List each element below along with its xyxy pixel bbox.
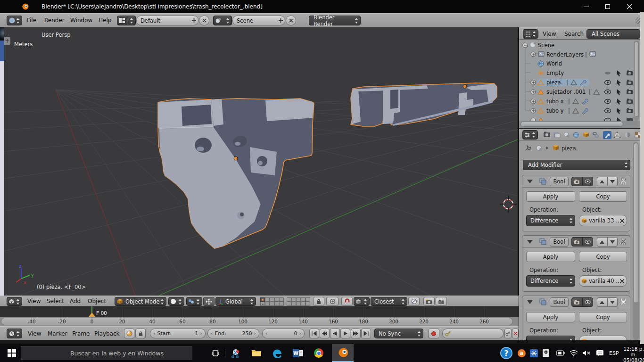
tab-render-layers[interactable] bbox=[553, 132, 560, 138]
modifier-name-field[interactable]: Bool bbox=[550, 297, 569, 307]
outliner-row-sujetador[interactable]: sujetador .001 | bbox=[531, 89, 633, 95]
frame-marker-icon[interactable] bbox=[89, 313, 95, 317]
layer-buttons-group1[interactable] bbox=[260, 297, 284, 306]
modifier-delete-icon[interactable] bbox=[620, 178, 627, 184]
menu-view3d-select[interactable]: Select bbox=[47, 298, 64, 304]
outliner-hscrollbar[interactable] bbox=[519, 121, 644, 128]
tab-constraints[interactable] bbox=[593, 132, 598, 137]
add-modifier-dropdown[interactable]: Add Modifier bbox=[523, 160, 630, 170]
tab-render[interactable] bbox=[544, 132, 550, 138]
operation-dropdown[interactable] bbox=[526, 336, 575, 340]
menu-timeline-view[interactable]: View bbox=[28, 330, 41, 337]
scene-icon-button[interactable] bbox=[213, 16, 232, 25]
toolshelf-open-tab[interactable]: + bbox=[4, 37, 10, 45]
prev-keyframe-button[interactable] bbox=[320, 329, 330, 338]
task-view-button[interactable] bbox=[207, 344, 223, 362]
outliner-row-empty[interactable]: Empty bbox=[538, 70, 633, 76]
screen-layout-field[interactable]: Default bbox=[136, 16, 198, 25]
scene-field[interactable]: Scene bbox=[232, 16, 285, 25]
modifier-name-field[interactable]: Bool bbox=[550, 177, 569, 186]
visible-icon[interactable] bbox=[605, 109, 611, 113]
start-button[interactable] bbox=[4, 344, 20, 362]
maximize-button[interactable] bbox=[597, 0, 619, 13]
wrench-icon[interactable] bbox=[582, 99, 588, 105]
proportional-edit-dropdown[interactable] bbox=[326, 297, 339, 306]
selectable-icon[interactable] bbox=[617, 89, 621, 95]
pivot-point-dropdown[interactable] bbox=[186, 297, 202, 306]
modifier-move-up-button[interactable] bbox=[597, 237, 608, 247]
tray-avast[interactable]: a bbox=[516, 344, 527, 362]
frame-start-field[interactable]: ‹ Start: 1 › bbox=[150, 329, 206, 338]
mesh-data-icon[interactable] bbox=[594, 90, 599, 94]
properties-vscrollbar[interactable] bbox=[633, 142, 639, 340]
editor-type-button-outliner[interactable] bbox=[523, 29, 538, 39]
taskbar-edge[interactable] bbox=[269, 344, 286, 362]
render-engine-dropdown[interactable]: Blender Render bbox=[309, 16, 361, 25]
jump-to-end-button[interactable] bbox=[361, 329, 371, 338]
next-keyframe-button[interactable] bbox=[351, 329, 361, 338]
editor-type-button-info[interactable]: i bbox=[7, 16, 22, 25]
time-toggle-button[interactable] bbox=[124, 329, 134, 338]
outliner-row-tubo-x[interactable]: tubo x | bbox=[531, 98, 633, 105]
taskbar-chrome[interactable] bbox=[310, 344, 327, 362]
tray-snowflake[interactable] bbox=[528, 344, 539, 362]
menu-view3d-add[interactable]: Add bbox=[70, 298, 81, 304]
modifier-render-toggle[interactable] bbox=[572, 177, 583, 186]
menu-view3d-view[interactable]: View bbox=[27, 298, 41, 304]
taskbar-snipping-tool[interactable] bbox=[227, 344, 244, 362]
viewport-3d[interactable]: z y x User Persp Meters (0) pieza. <F_00… bbox=[4, 27, 518, 296]
lock-to-scene-button[interactable] bbox=[313, 297, 324, 306]
render-visibility-icon[interactable] bbox=[627, 71, 633, 76]
object-breadcrumb-icon[interactable] bbox=[553, 145, 559, 150]
screen-layout-icon-button[interactable] bbox=[117, 16, 136, 25]
selectable-icon[interactable] bbox=[617, 99, 621, 105]
timeline-canvas[interactable]: F 00 bbox=[0, 306, 519, 317]
taskbar-word[interactable]: W bbox=[289, 344, 306, 362]
selectable-icon[interactable] bbox=[617, 108, 621, 114]
object-sujetador[interactable] bbox=[351, 83, 497, 126]
clear-object-icon[interactable] bbox=[619, 218, 625, 223]
modifier-copy-button[interactable]: Copy bbox=[579, 191, 627, 202]
outliner-row-world[interactable]: World bbox=[538, 60, 562, 67]
snap-target-dropdown[interactable]: Closest bbox=[371, 297, 407, 306]
operation-dropdown[interactable]: Difference bbox=[526, 215, 575, 226]
tab-modifiers[interactable] bbox=[603, 131, 611, 139]
menu-timeline-frame[interactable]: Frame bbox=[72, 330, 90, 337]
object-field[interactable]: varilla 40 ... bbox=[579, 275, 627, 287]
scene-breadcrumb-icon[interactable] bbox=[537, 146, 542, 151]
modifier-render-toggle[interactable] bbox=[572, 238, 583, 246]
selectable-icon[interactable] bbox=[617, 70, 621, 76]
tray-battery[interactable] bbox=[553, 344, 567, 362]
language-indicator[interactable]: ESP bbox=[609, 350, 619, 356]
snap-toggle-button[interactable] bbox=[341, 297, 353, 306]
visible-icon[interactable] bbox=[605, 99, 611, 104]
snap-element-dropdown[interactable] bbox=[354, 297, 370, 306]
insert-keyframe-button[interactable] bbox=[504, 329, 512, 338]
modifier-move-down-button[interactable] bbox=[608, 177, 618, 186]
collapse-arrow-icon[interactable] bbox=[527, 300, 533, 304]
jump-to-start-button[interactable] bbox=[309, 329, 319, 338]
modifier-move-down-button[interactable] bbox=[608, 297, 618, 307]
transform-orientation-dropdown[interactable]: Global bbox=[215, 297, 256, 306]
outliner-row-scene[interactable]: Scene bbox=[523, 42, 554, 49]
object-field[interactable] bbox=[579, 336, 627, 340]
render-visibility-icon[interactable] bbox=[627, 80, 633, 85]
wrench-icon[interactable] bbox=[582, 108, 588, 114]
outliner-row-tubo-y[interactable]: tubo y | bbox=[531, 107, 633, 115]
delete-layout-button[interactable] bbox=[199, 16, 209, 25]
add-layout-icon[interactable] bbox=[191, 17, 197, 24]
mode-dropdown[interactable]: Object Mode bbox=[115, 297, 166, 306]
viewport-shading-dropdown[interactable] bbox=[168, 297, 184, 306]
object-field[interactable]: varilla 33 ... bbox=[579, 215, 627, 226]
tray-wifi[interactable] bbox=[568, 344, 580, 362]
modifier-move-up-button[interactable] bbox=[597, 177, 608, 186]
tab-scene[interactable] bbox=[564, 132, 570, 138]
mesh-data-icon[interactable] bbox=[573, 99, 578, 104]
editor-type-button-properties[interactable] bbox=[522, 130, 538, 140]
sync-dropdown[interactable]: No Sync bbox=[374, 329, 423, 338]
visible-icon[interactable] bbox=[605, 81, 611, 85]
modifier-copy-button[interactable]: Copy bbox=[579, 252, 627, 262]
play-button[interactable] bbox=[340, 329, 350, 338]
mesh-data-icon[interactable] bbox=[573, 108, 578, 113]
clear-object-icon[interactable] bbox=[619, 279, 625, 284]
